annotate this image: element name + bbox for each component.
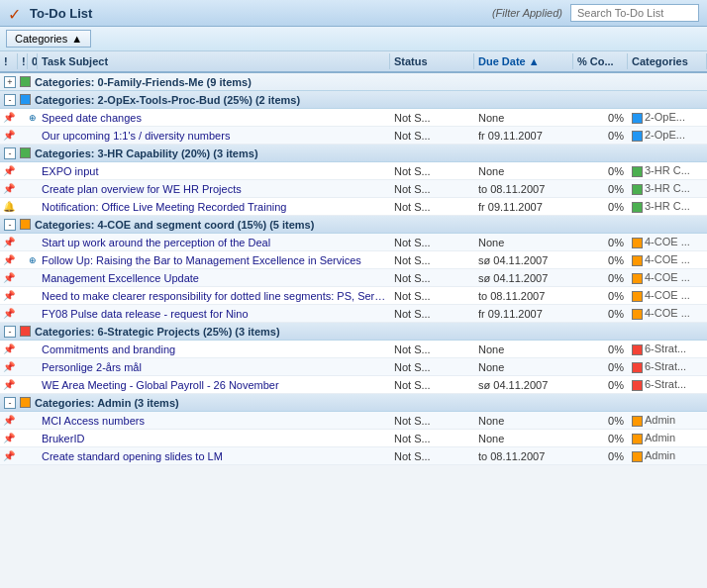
cat-color-admin xyxy=(20,397,31,408)
task-pct: 0% xyxy=(573,378,628,392)
task-row[interactable]: 📌 Create plan overview for WE HR Project… xyxy=(0,180,707,198)
task-row[interactable]: 📌 ⊕ Speed date changes Not S... None 0% … xyxy=(0,109,707,127)
task-due: to 08.11.2007 xyxy=(474,289,573,303)
task-cat: 4-COE ... xyxy=(628,306,707,321)
task-pct: 0% xyxy=(573,432,628,445)
task-due: sø 04.11.2007 xyxy=(474,378,573,392)
col-header-categories[interactable]: Categories xyxy=(628,53,707,69)
task-status: Not S... xyxy=(390,182,474,196)
column-headers: ! ! 0 Task Subject Status Due Date ▲ % C… xyxy=(0,51,707,73)
task-subject: Start up work around the perception of t… xyxy=(38,236,390,249)
expand-coe[interactable]: - xyxy=(4,219,16,231)
task-row[interactable]: 📌 EXPO input Not S... None 0% 3-HR C... xyxy=(0,162,707,180)
task-row[interactable]: 🔔 Notification: Office Live Meeting Reco… xyxy=(0,198,707,216)
task-subject: Commitments and branding xyxy=(38,343,390,356)
task-row[interactable]: 📌 Commitments and branding Not S... None… xyxy=(0,341,707,358)
task-due: sø 04.11.2007 xyxy=(474,253,573,267)
task-flag-icon: 📌 xyxy=(0,271,18,284)
title-bar-left: ✓ To-Do List xyxy=(8,5,92,21)
task-due: None xyxy=(474,432,573,445)
task-due: fr 09.11.2007 xyxy=(474,129,573,143)
group-hr: - Categories: 3-HR Capability (20%) (3 i… xyxy=(0,145,707,162)
task-due: None xyxy=(474,164,573,178)
expand-strategic[interactable]: - xyxy=(4,326,16,338)
task-cat: Admin xyxy=(628,431,707,445)
task-row[interactable]: 📌 Management Excellence Update Not S... … xyxy=(0,269,707,287)
task-row[interactable]: 📌 Personlige 2-års mål Not S... None 0% … xyxy=(0,358,707,376)
task-attach xyxy=(28,170,38,172)
cat-label-strategic: Categories: 6-Strategic Projects (25%) (… xyxy=(35,326,280,338)
app-window: ✓ To-Do List (Filter Applied) Categories… xyxy=(0,0,707,465)
categories-label: Categories xyxy=(15,33,67,45)
col-header-attachment: 0 xyxy=(28,53,38,69)
task-priority-icon xyxy=(18,117,28,119)
task-subject: Follow Up: Raising the Bar to Management… xyxy=(38,253,390,267)
task-pct: 0% xyxy=(573,200,628,214)
expand-admin[interactable]: - xyxy=(4,397,16,409)
task-due: None xyxy=(474,414,573,428)
task-pct: 0% xyxy=(573,271,628,285)
task-pct: 0% xyxy=(573,343,628,356)
col-header-duedate[interactable]: Due Date ▲ xyxy=(474,53,573,69)
task-cat: 4-COE ... xyxy=(628,270,707,285)
task-flag-icon: 📌 xyxy=(0,236,18,248)
cat-label-admin: Categories: Admin (3 items) xyxy=(35,397,179,409)
task-flag-icon: 📌 xyxy=(0,253,18,266)
task-due: to 08.11.2007 xyxy=(474,449,573,463)
task-cat: 2-OpE... xyxy=(628,110,707,125)
col-header-flag: ! xyxy=(0,53,18,69)
task-priority xyxy=(18,170,28,172)
search-input[interactable] xyxy=(570,4,699,22)
task-status: Not S... xyxy=(390,449,474,463)
task-row[interactable]: 📌 Need to make clearer responsibility fo… xyxy=(0,287,707,305)
page-title: To-Do List xyxy=(30,6,92,21)
task-flag-icon: 📌 xyxy=(0,289,18,302)
task-flag-icon: 📌 xyxy=(0,378,18,391)
task-row[interactable]: 📌 MCI Access numbers Not S... None 0% Ad… xyxy=(0,412,707,430)
task-cat: 3-HR C... xyxy=(628,181,707,196)
task-flag-icon: 📌 xyxy=(0,307,18,320)
task-flag-icon: 📌 xyxy=(0,432,18,444)
task-due: None xyxy=(474,111,573,125)
task-row[interactable]: 📌 Our upcoming 1:1's / diversity numbers… xyxy=(0,127,707,145)
task-row[interactable]: 📌 Start up work around the perception of… xyxy=(0,234,707,251)
task-subject: EXPO input xyxy=(38,164,390,178)
group-admin: - Categories: Admin (3 items) xyxy=(0,394,707,412)
categories-button[interactable]: Categories ▲ xyxy=(6,30,91,48)
task-flag-icon: 📌 xyxy=(0,129,18,142)
task-pct: 0% xyxy=(573,111,628,125)
cat-color-opex xyxy=(20,94,31,105)
task-flag-icon: 📌 xyxy=(0,182,18,195)
col-header-subject[interactable]: Task Subject xyxy=(38,53,390,69)
expand-hr[interactable]: - xyxy=(4,147,16,159)
group-strategic: - Categories: 6-Strategic Projects (25%)… xyxy=(0,323,707,341)
task-pct: 0% xyxy=(573,129,628,143)
task-status: Not S... xyxy=(390,378,474,392)
task-cat: Admin xyxy=(628,413,707,428)
task-cat: 2-OpE... xyxy=(628,128,707,143)
task-status: Not S... xyxy=(390,343,474,356)
task-recur-icon: ⊕ xyxy=(28,254,38,266)
task-attach-icon xyxy=(28,135,38,137)
task-bell-icon: 🔔 xyxy=(0,200,18,213)
task-flag-icon: 📌 xyxy=(0,414,18,427)
task-row[interactable]: 📌 FY08 Pulse data release - request for … xyxy=(0,305,707,323)
task-pct: 0% xyxy=(573,360,628,374)
cat-color-hr xyxy=(20,147,31,158)
col-header-pct[interactable]: % Co... xyxy=(573,53,628,69)
title-bar-right: (Filter Applied) xyxy=(492,4,699,22)
task-flag-icon: 📌 xyxy=(0,360,18,373)
task-row[interactable]: 📌 ⊕ Follow Up: Raising the Bar to Manage… xyxy=(0,251,707,269)
task-priority xyxy=(18,206,28,208)
task-row[interactable]: 📌 Create standard opening slides to LM N… xyxy=(0,447,707,465)
task-status: Not S... xyxy=(390,360,474,374)
task-attach xyxy=(28,188,38,190)
expand-family-friends[interactable]: + xyxy=(4,76,16,88)
expand-opex[interactable]: - xyxy=(4,94,16,106)
task-attach xyxy=(28,206,38,208)
col-header-status[interactable]: Status xyxy=(390,53,474,69)
task-row[interactable]: 📌 WE Area Meeting - Global Payroll - 26 … xyxy=(0,376,707,394)
task-flag-icon: 📌 xyxy=(0,111,18,124)
task-row[interactable]: 📌 BrukerID Not S... None 0% Admin xyxy=(0,430,707,447)
cat-label-coe: Categories: 4-COE and segment coord (15%… xyxy=(35,219,314,231)
